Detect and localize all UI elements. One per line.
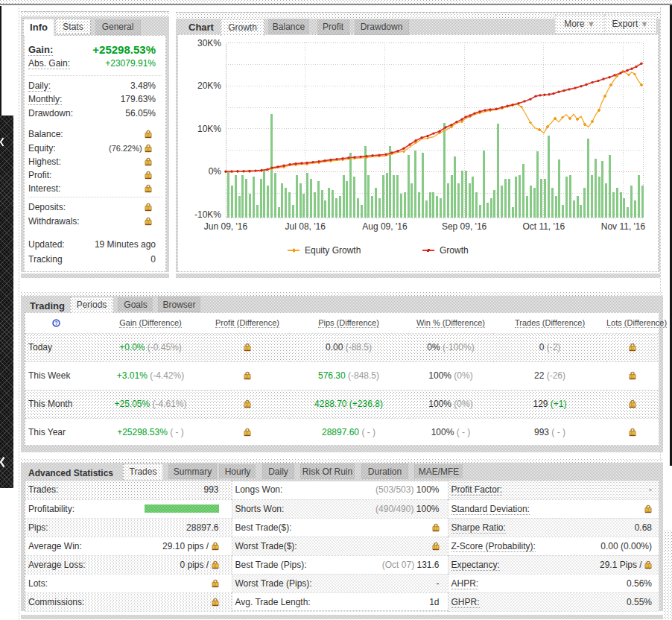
svg-text:Jul 08, '16: Jul 08, '16 [285,221,326,232]
svg-text:-10K%: -10K% [194,209,221,220]
svg-text:Oct 11, '16: Oct 11, '16 [522,221,565,232]
svg-text:Aug 09, '16: Aug 09, '16 [362,221,408,232]
svg-text:?: ? [54,320,58,327]
svg-text:Nov 11, '16: Nov 11, '16 [601,221,646,232]
svg-text:20K%: 20K% [197,80,221,91]
svg-text:Sep 09, '16: Sep 09, '16 [442,221,487,232]
svg-text:0%: 0% [209,166,222,177]
svg-text:Equity Growth: Equity Growth [305,245,361,256]
svg-text:Jun 09, '16: Jun 09, '16 [204,221,248,232]
svg-text:30K%: 30K% [197,38,221,48]
svg-text:10K%: 10K% [197,124,221,134]
svg-text:Growth: Growth [440,245,469,256]
